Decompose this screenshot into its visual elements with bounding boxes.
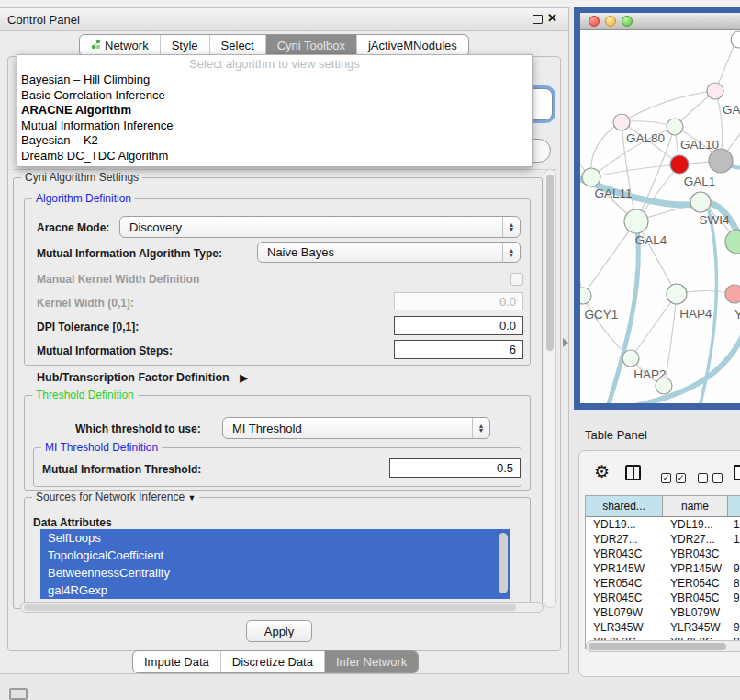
table-body: YDL19...YDL19...13YDR27...YDR27...12YBR0… <box>586 517 740 649</box>
split-columns-icon[interactable] <box>625 465 641 480</box>
algorithm-dropdown-list: Select algorithm to view settings Bayesi… <box>17 54 533 167</box>
close-icon[interactable]: ✕ <box>547 11 557 25</box>
hub-definition-toggle[interactable]: Hub/Transcription Factor Definition ▶ <box>37 371 248 384</box>
tab-style[interactable]: Style <box>160 35 209 56</box>
threshold-definition-title: Threshold Definition <box>32 390 138 401</box>
float-window-icon[interactable] <box>533 15 543 24</box>
column-header-name[interactable]: name <box>663 496 728 516</box>
node-gal1[interactable] <box>670 155 689 174</box>
node-gal11[interactable] <box>582 168 600 186</box>
select-all-checkbox-icon-2[interactable]: ✓ <box>676 473 686 483</box>
tab-impute-data[interactable]: Impute Data <box>133 651 220 672</box>
table-row[interactable]: YLR345WYLR345W9. <box>586 620 740 635</box>
network-graph: GALGAL80GAL10GAL1GAL11SWI4GAL4GCY1HAP4YH… <box>580 30 740 403</box>
table-row[interactable]: YPR145WYPR145W9. <box>586 561 740 576</box>
table-row[interactable]: YBL079WYBL079W <box>586 605 740 620</box>
dropdown-item-aracne[interactable]: ARACNE Algorithm <box>17 103 532 119</box>
control-panel-titlebar: Control Panel ✕ <box>0 8 568 31</box>
mi-type-combobox[interactable]: Naive Bayes ▲▼ <box>257 242 521 263</box>
table-cell: 9. <box>728 620 740 635</box>
node-hap2[interactable] <box>622 350 639 367</box>
network-canvas[interactable]: GALGAL80GAL10GAL1GAL11SWI4GAL4GCY1HAP4YH… <box>580 30 740 403</box>
dropdown-item-bayesian-hill-climbing[interactable]: Bayesian – Hill Climbing <box>17 73 532 88</box>
dpi-tolerance-field[interactable]: 0.0 <box>394 316 523 335</box>
kernel-width-field[interactable]: 0.0 <box>394 292 523 310</box>
table-horizontal-scrollbar[interactable] <box>586 640 740 652</box>
dropdown-item-dream8[interactable]: Dream8 DC_TDC Algorithm <box>17 149 532 164</box>
settings-horizontal-scrollbar-thumb[interactable] <box>24 604 516 611</box>
table-cell: YER054C <box>586 576 663 591</box>
manual-kernel-label: Manual Kernel Width Definition <box>37 273 199 286</box>
which-threshold-value: MI Threshold <box>232 422 302 435</box>
apply-button[interactable]: Apply <box>246 620 312 642</box>
aracne-mode-combobox[interactable]: Discovery ▲▼ <box>119 216 521 238</box>
column-header-shared[interactable]: shared... <box>586 496 663 516</box>
table-row[interactable]: YBR043CYBR043C <box>586 547 740 561</box>
tab-cyni-toolbox-label: Cyni Toolbox <box>277 35 345 56</box>
list-item-gal4rgexp[interactable]: gal4RGexp <box>40 581 510 599</box>
node-label-y: Y <box>734 308 740 322</box>
network-window-titlebar[interactable] <box>580 13 740 30</box>
table-row[interactable]: YBR045CYBR045C9. <box>586 591 740 605</box>
table-cell: YDR27... <box>663 532 728 547</box>
list-item-topologicalcoefficient[interactable]: TopologicalCoefficient <box>40 547 510 564</box>
tab-network[interactable]: Network <box>80 35 160 56</box>
tab-infer-network[interactable]: Infer Network <box>324 651 418 672</box>
node-gray[interactable] <box>709 149 733 173</box>
settings-horizontal-scrollbar[interactable] <box>20 602 544 613</box>
deselect-all-checkbox-icon-2[interactable] <box>712 473 723 483</box>
node-unlabeled-top[interactable] <box>731 31 740 48</box>
tab-discretize-data[interactable]: Discretize Data <box>220 651 324 672</box>
network-edge[interactable] <box>591 164 679 177</box>
mi-steps-field[interactable]: 6 <box>394 340 523 359</box>
list-item-selfloops[interactable]: SelfLoops <box>40 529 510 547</box>
minimized-panel-icon[interactable] <box>9 688 28 700</box>
table-horizontal-scrollbar-thumb[interactable] <box>589 643 726 650</box>
mi-threshold-field[interactable]: 0.5 <box>389 458 521 478</box>
dpi-tolerance-label: DPI Tolerance [0,1]: <box>37 321 139 333</box>
settings-gear-icon[interactable]: ⚙ <box>594 463 610 480</box>
close-traffic-light-icon[interactable] <box>589 16 600 27</box>
splitter-arrow-icon[interactable] <box>563 338 568 347</box>
node-label-swi4: SWI4 <box>699 213 729 227</box>
which-threshold-combobox[interactable]: MI Threshold ▲▼ <box>222 417 490 439</box>
node-swi4[interactable] <box>690 192 711 212</box>
table-row[interactable]: YDR27...YDR27...12 <box>586 532 740 547</box>
column-header-cut[interactable] <box>728 496 740 516</box>
algorithm-definition-title: Algorithm Definition <box>32 193 135 205</box>
table-cell: YBR043C <box>663 547 728 561</box>
manual-kernel-checkbox[interactable] <box>510 273 523 286</box>
settings-vertical-scrollbar[interactable] <box>544 169 556 608</box>
list-item-betweennesscentrality[interactable]: BetweennessCentrality <box>40 564 510 581</box>
tab-cyni-toolbox[interactable]: Cyni Toolbox <box>265 35 356 56</box>
node-gal7[interactable] <box>707 83 723 99</box>
document-icon[interactable] <box>734 465 740 480</box>
table-row[interactable]: YER054CYER054C8. <box>586 576 740 591</box>
node-gal80[interactable] <box>613 114 630 130</box>
dropdown-item-basic-correlation[interactable]: Basic Correlation Inference <box>17 88 532 104</box>
table-cell: YLR345W <box>663 620 728 635</box>
network-edge[interactable] <box>583 221 636 296</box>
node-gal10[interactable] <box>667 119 683 135</box>
table-row[interactable]: YDL19...YDL19...13 <box>586 517 740 532</box>
dropdown-item-mutual-information[interactable]: Mutual Information Inference <box>17 119 532 134</box>
minimize-traffic-light-icon[interactable] <box>605 16 616 27</box>
dropdown-item-bayesian-k2[interactable]: Bayesian – K2 <box>17 133 532 149</box>
tab-jactivemnodules[interactable]: jActiveMNodules <box>356 35 468 56</box>
tab-select[interactable]: Select <box>209 35 265 56</box>
network-edge[interactable] <box>622 91 715 122</box>
node-hap4[interactable] <box>667 284 687 304</box>
deselect-all-checkbox-icon[interactable] <box>698 473 708 483</box>
zoom-traffic-light-icon[interactable] <box>622 16 633 27</box>
attributes-scrollbar-thumb[interactable] <box>499 533 508 593</box>
mi-threshold-definition-title: MI Threshold Definition <box>41 442 162 454</box>
settings-vertical-scrollbar-thumb[interactable] <box>546 175 554 351</box>
select-all-checkbox-icon[interactable]: ✓ <box>661 473 671 483</box>
node-gcy1[interactable] <box>580 288 591 304</box>
node-salmon[interactable] <box>725 285 740 303</box>
table-cell: YBL079W <box>663 605 728 620</box>
node-gal4[interactable] <box>624 209 648 233</box>
node-green[interactable] <box>725 230 740 254</box>
sources-title[interactable]: Sources for Network Inference ▼ <box>32 491 199 504</box>
table-cell: YPR145W <box>663 561 728 576</box>
